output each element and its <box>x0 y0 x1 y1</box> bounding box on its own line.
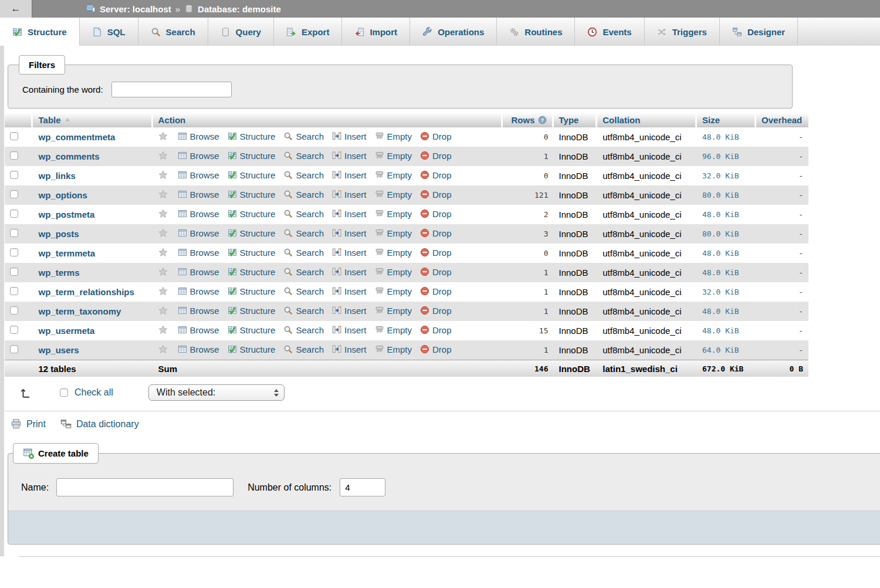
action-insert-link[interactable]: Insert <box>332 209 367 219</box>
action-insert-link[interactable]: Insert <box>332 286 367 296</box>
action-drop-link[interactable]: Drop <box>420 228 452 238</box>
tab-sql[interactable]: SQL <box>80 18 138 46</box>
row-checkbox[interactable] <box>10 345 18 353</box>
favorite-star-icon[interactable] <box>158 209 168 218</box>
action-drop-link[interactable]: Drop <box>420 170 452 180</box>
type-header[interactable]: Type <box>554 113 598 127</box>
action-search-link[interactable]: Search <box>283 209 324 219</box>
action-browse-link[interactable]: Browse <box>178 267 219 277</box>
favorite-star-icon[interactable] <box>158 131 168 141</box>
action-structure-link[interactable]: Structure <box>228 170 276 180</box>
tab-search[interactable]: Search <box>138 18 208 46</box>
tab-events[interactable]: Events <box>575 18 644 46</box>
columns-count-input[interactable] <box>340 478 385 496</box>
favorite-star-icon[interactable] <box>158 190 168 199</box>
favorite-star-icon[interactable] <box>158 286 168 296</box>
action-insert-link[interactable]: Insert <box>332 151 367 161</box>
action-structure-link[interactable]: Structure <box>228 325 276 335</box>
favorite-star-icon[interactable] <box>158 170 168 180</box>
action-drop-link[interactable]: Drop <box>420 209 452 219</box>
favorite-star-icon[interactable] <box>158 325 168 334</box>
action-browse-link[interactable]: Browse <box>178 228 219 238</box>
action-insert-link[interactable]: Insert <box>332 267 367 277</box>
check-all-checkbox[interactable] <box>60 388 68 397</box>
row-checkbox[interactable] <box>10 306 18 315</box>
action-empty-link[interactable]: Empty <box>375 209 412 219</box>
table-name-link[interactable]: wp_terms <box>38 268 79 278</box>
action-empty-link[interactable]: Empty <box>375 325 412 335</box>
collation-header[interactable]: Collation <box>597 113 697 127</box>
action-drop-link[interactable]: Drop <box>420 344 452 354</box>
row-checkbox[interactable] <box>10 171 18 179</box>
table-name-link[interactable]: wp_postmeta <box>38 209 94 219</box>
action-browse-link[interactable]: Browse <box>178 248 219 258</box>
action-drop-link[interactable]: Drop <box>420 267 452 277</box>
action-empty-link[interactable]: Empty <box>375 170 412 180</box>
action-structure-link[interactable]: Structure <box>228 151 276 161</box>
row-checkbox[interactable] <box>10 268 18 276</box>
action-drop-link[interactable]: Drop <box>420 131 452 141</box>
tab-export[interactable]: Export <box>274 18 343 46</box>
action-search-link[interactable]: Search <box>283 248 324 258</box>
action-drop-link[interactable]: Drop <box>420 286 452 296</box>
action-insert-link[interactable]: Insert <box>332 306 367 316</box>
action-search-link[interactable]: Search <box>283 190 324 200</box>
action-browse-link[interactable]: Browse <box>178 131 219 141</box>
table-name-link[interactable]: wp_termmeta <box>38 248 95 258</box>
favorite-star-icon[interactable] <box>158 228 168 238</box>
action-search-link[interactable]: Search <box>283 170 324 180</box>
size-header[interactable]: Size <box>697 113 756 127</box>
action-structure-link[interactable]: Structure <box>228 248 276 258</box>
favorite-star-icon[interactable] <box>158 151 168 160</box>
sort-by-rows-link[interactable]: Rows ? <box>512 115 547 125</box>
row-checkbox[interactable] <box>10 326 18 334</box>
breadcrumb-server-link[interactable]: Server: localhost <box>100 4 171 14</box>
action-structure-link[interactable]: Structure <box>228 306 276 316</box>
favorite-star-icon[interactable] <box>158 267 168 276</box>
table-name-link[interactable]: wp_comments <box>38 151 99 161</box>
print-link[interactable]: Print <box>26 419 46 430</box>
tab-triggers[interactable]: Triggers <box>645 18 720 46</box>
action-structure-link[interactable]: Structure <box>228 344 276 354</box>
table-name-link[interactable]: wp_term_relationships <box>38 287 134 297</box>
table-name-link[interactable]: wp_links <box>38 171 75 181</box>
row-checkbox[interactable] <box>10 190 18 198</box>
table-name-link[interactable]: wp_commentmeta <box>38 132 115 142</box>
row-checkbox[interactable] <box>10 209 18 218</box>
table-name-link[interactable]: wp_posts <box>38 229 79 239</box>
row-checkbox[interactable] <box>10 248 18 256</box>
breadcrumb-database-link[interactable]: Database: demosite <box>198 4 281 14</box>
action-structure-link[interactable]: Structure <box>228 228 276 238</box>
action-search-link[interactable]: Search <box>283 228 324 238</box>
tab-import[interactable]: Import <box>342 18 410 46</box>
action-structure-link[interactable]: Structure <box>228 267 276 277</box>
action-browse-link[interactable]: Browse <box>178 190 219 200</box>
action-browse-link[interactable]: Browse <box>178 325 219 335</box>
action-empty-link[interactable]: Empty <box>375 248 412 258</box>
table-name-link[interactable]: wp_term_taxonomy <box>38 306 121 316</box>
action-empty-link[interactable]: Empty <box>375 286 412 296</box>
action-empty-link[interactable]: Empty <box>375 267 412 277</box>
containing-word-input[interactable] <box>111 82 232 97</box>
action-insert-link[interactable]: Insert <box>332 325 367 335</box>
action-empty-link[interactable]: Empty <box>375 190 412 200</box>
action-structure-link[interactable]: Structure <box>228 131 276 141</box>
favorite-star-icon[interactable] <box>158 248 168 257</box>
action-search-link[interactable]: Search <box>283 306 324 316</box>
action-structure-link[interactable]: Structure <box>228 286 276 296</box>
sort-by-table-link[interactable]: Table <box>38 115 70 125</box>
action-browse-link[interactable]: Browse <box>178 344 219 354</box>
check-all-link[interactable]: Check all <box>75 387 113 398</box>
action-drop-link[interactable]: Drop <box>420 248 452 258</box>
action-structure-link[interactable]: Structure <box>228 190 276 200</box>
action-structure-link[interactable]: Structure <box>228 209 276 219</box>
action-browse-link[interactable]: Browse <box>178 209 219 219</box>
action-empty-link[interactable]: Empty <box>375 344 412 354</box>
action-search-link[interactable]: Search <box>283 151 324 161</box>
table-name-link[interactable]: wp_usermeta <box>38 326 94 336</box>
table-name-link[interactable]: wp_options <box>38 190 87 200</box>
action-insert-link[interactable]: Insert <box>332 228 367 238</box>
action-browse-link[interactable]: Browse <box>178 306 219 316</box>
tab-query[interactable]: Query <box>208 18 274 46</box>
row-checkbox[interactable] <box>10 229 18 237</box>
